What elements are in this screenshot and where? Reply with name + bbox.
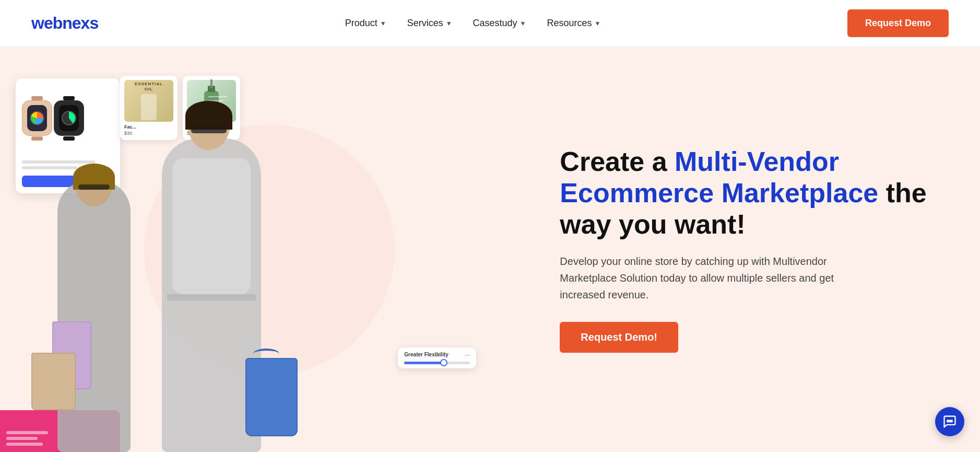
person-right	[146, 97, 292, 452]
chevron-down-icon: ▼	[380, 20, 386, 27]
hero-cta-button[interactable]: Request Demo!	[560, 322, 678, 353]
hero-section: Essential Oil Fac... $30	[0, 47, 980, 452]
logo[interactable]: webnexs	[31, 14, 98, 33]
nav-resources[interactable]: Resources ▼	[547, 18, 601, 29]
nav-casestudy[interactable]: Casestudy ▼	[473, 18, 526, 29]
badge-menu-icon: ···	[465, 352, 470, 359]
chevron-down-icon: ▼	[595, 20, 601, 27]
main-nav: Product ▼ Services ▼ Casestudy ▼ Resourc…	[345, 18, 601, 29]
flexibility-badge: Greater Flexibility ···	[398, 347, 476, 368]
slider-thumb[interactable]	[440, 359, 447, 366]
chevron-down-icon: ▼	[446, 20, 452, 27]
hero-description: Develop your online store by catching up…	[560, 253, 863, 303]
request-demo-button[interactable]: Request Demo	[847, 9, 949, 37]
header: webnexs Product ▼ Services ▼ Casestudy ▼…	[0, 0, 980, 47]
hero-illustration: Essential Oil Fac... $30	[0, 47, 539, 452]
shopping-people	[42, 112, 539, 452]
chat-icon	[942, 414, 957, 429]
person-left	[47, 149, 151, 452]
svg-point-2	[951, 420, 952, 422]
nav-services[interactable]: Services ▼	[407, 18, 452, 29]
chevron-down-icon: ▼	[520, 20, 526, 27]
nav-product[interactable]: Product ▼	[345, 18, 386, 29]
badge-title-text: Greater Flexibility	[404, 352, 448, 359]
chat-button[interactable]	[935, 407, 964, 436]
flexibility-slider[interactable]	[404, 362, 470, 364]
hero-content: Create a Multi-Vendor Ecommerce Marketpl…	[539, 115, 980, 384]
hero-title-create: Create a	[560, 146, 675, 177]
hero-title: Create a Multi-Vendor Ecommerce Marketpl…	[560, 146, 938, 240]
banner-decoration	[6, 431, 48, 446]
